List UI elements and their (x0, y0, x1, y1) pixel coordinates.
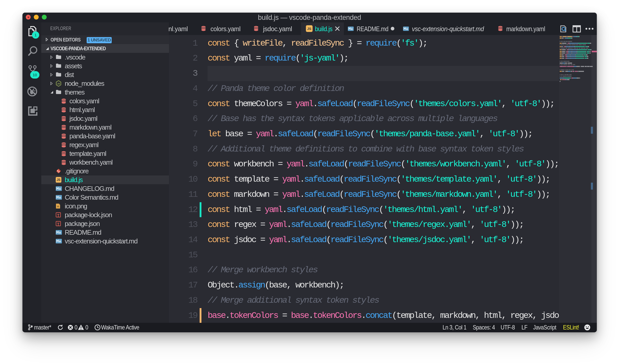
svg-text:JS: JS (57, 82, 60, 85)
